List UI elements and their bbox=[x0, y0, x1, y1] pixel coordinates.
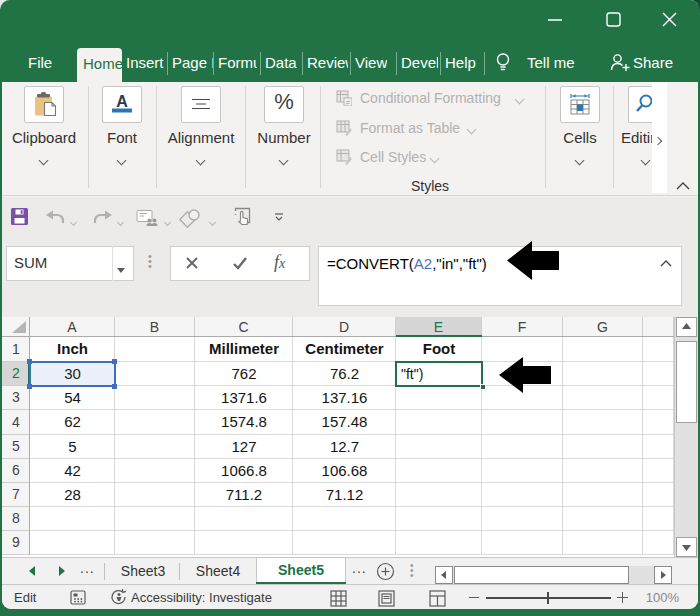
svg-text:≠: ≠ bbox=[346, 98, 351, 107]
svg-text:A: A bbox=[116, 93, 128, 110]
